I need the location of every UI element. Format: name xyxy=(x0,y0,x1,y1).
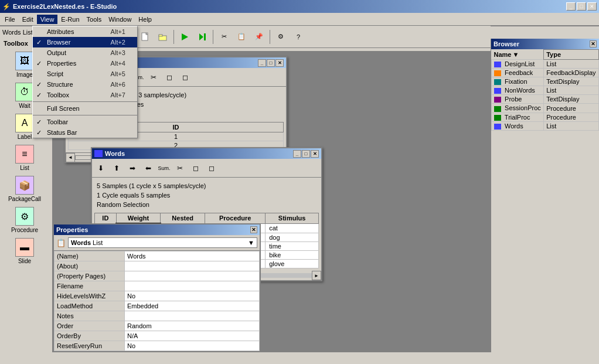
menu-tools[interactable]: Tools xyxy=(83,15,105,24)
toolbar-open[interactable] xyxy=(155,29,171,45)
list-item[interactable]: OrderBy N/A xyxy=(55,331,260,341)
toolbar-copy[interactable]: 📋 xyxy=(233,29,250,45)
words-title: Words xyxy=(94,150,125,157)
menu-item-toolbox[interactable]: Toolbox Alt+7 xyxy=(33,90,137,100)
w-summary-line1: 5 Samples (1 cycle x 5 samples/cycle) xyxy=(97,182,316,189)
dl-btn-5[interactable]: ✂ xyxy=(146,70,161,85)
prop-value: Words xyxy=(125,251,260,261)
w-maximize[interactable]: □ xyxy=(302,150,310,158)
list-item[interactable]: DesignList List xyxy=(492,60,599,69)
w-scroll-right[interactable]: ► xyxy=(312,271,321,280)
menu-window[interactable]: Window xyxy=(105,15,135,24)
prop-value xyxy=(125,281,260,291)
list-item[interactable]: (Name) Words xyxy=(55,251,260,261)
words-toolbar: ⬇ ⬆ ➡ ⬅ Sum. ✂ ◻ ◻ xyxy=(92,159,321,178)
w-btn-summary[interactable]: Sum. xyxy=(156,161,172,176)
list-item[interactable]: (Property Pages) xyxy=(55,271,260,281)
w-r2-stimulus: dog xyxy=(266,233,319,242)
w-summary-line3: Random Selection xyxy=(97,201,316,208)
w-btn-7[interactable]: ◻ xyxy=(204,161,219,176)
w-btn-5[interactable]: ✂ xyxy=(172,161,188,176)
menu-item-properties-label: Properties xyxy=(47,60,76,67)
menu-erun[interactable]: E-Run xyxy=(57,15,83,24)
toolbox-item-procedure[interactable]: ⚙ Procedure xyxy=(1,205,48,236)
list-item[interactable]: Filename xyxy=(55,281,260,291)
shortcut-attributes: Alt+1 xyxy=(111,28,125,35)
browser-col-name: Name ▼ xyxy=(492,50,544,59)
maximize-button[interactable]: □ xyxy=(577,2,586,11)
list-item[interactable]: Notes xyxy=(55,311,260,321)
menu-edit[interactable]: Edit xyxy=(19,15,37,24)
browser-cell-name: TrialProc xyxy=(492,113,544,121)
browser-cell-type: List xyxy=(544,60,599,69)
words-titlebar[interactable]: Words _ □ ✕ xyxy=(92,148,321,159)
toolbar-new[interactable] xyxy=(137,29,154,45)
list-item[interactable]: Probe TextDisplay xyxy=(492,95,599,104)
w-r1-stimulus: cat xyxy=(266,223,319,233)
list-item[interactable]: Feedback FeedbackDisplay xyxy=(492,69,599,77)
list-item[interactable]: ResetEveryRun No xyxy=(55,341,260,351)
menu-item-structure-label: Structure xyxy=(47,81,73,88)
w-col-procedure: Procedure xyxy=(205,213,266,224)
prop-key: ResetEveryRun xyxy=(55,341,125,351)
w-btn-4[interactable]: ⬅ xyxy=(141,161,156,176)
list-item[interactable]: Order Random xyxy=(55,321,260,331)
w-btn-1[interactable]: ⬇ xyxy=(93,161,108,176)
dl-close[interactable]: ✕ xyxy=(275,59,284,67)
menu-item-script[interactable]: Script Alt+5 xyxy=(33,69,137,79)
menu-view[interactable]: View xyxy=(37,15,58,24)
dl-scroll-left[interactable]: ◄ xyxy=(66,153,75,162)
list-item[interactable]: NonWords List xyxy=(492,86,599,95)
list-item[interactable]: LoadMethod Embedded xyxy=(55,301,260,311)
menu-item-attributes[interactable]: Attributes Alt+1 xyxy=(33,26,137,37)
menu-file[interactable]: File xyxy=(1,15,19,24)
dropdown-arrow-icon: ▼ xyxy=(248,239,254,246)
menu-item-statusbar[interactable]: Status Bar xyxy=(33,127,137,138)
browser-title: Browser xyxy=(494,40,519,47)
properties-close[interactable]: ✕ xyxy=(250,226,257,233)
dl-btn-7[interactable]: ◻ xyxy=(178,70,193,85)
menu-item-properties[interactable]: Properties Alt+4 xyxy=(33,58,137,69)
dl-maximize[interactable]: □ xyxy=(267,59,275,67)
status-text: Words List xyxy=(2,29,33,36)
w-btn-3[interactable]: ➡ xyxy=(125,161,140,176)
w-btn-6[interactable]: ◻ xyxy=(188,161,203,176)
properties-titlebar: Properties ✕ xyxy=(54,224,260,235)
list-item[interactable]: Fixation TextDisplay xyxy=(492,77,599,86)
list-item[interactable]: (About) xyxy=(55,261,260,271)
browser-close[interactable]: ✕ xyxy=(590,40,597,47)
toolbar-step[interactable] xyxy=(194,29,210,45)
browser-cell-name: SessionProc xyxy=(492,104,544,113)
separator-2 xyxy=(33,115,137,115)
menu-item-fullscreen[interactable]: Full Screen xyxy=(33,103,137,114)
toolbox-item-list[interactable]: ≡ List xyxy=(1,142,48,174)
list-item[interactable]: TrialProc Procedure xyxy=(492,113,599,121)
toolbar-paste[interactable]: 📌 xyxy=(251,29,267,45)
w-close[interactable]: ✕ xyxy=(311,150,319,158)
menu-item-browser[interactable]: Browser Alt+2 xyxy=(33,37,137,47)
menu-bar: File Edit View E-Run Tools Window Help xyxy=(0,13,599,26)
menu-help[interactable]: Help xyxy=(135,15,155,24)
browser-cell-type: Procedure xyxy=(544,113,599,121)
dl-btn-6[interactable]: ◻ xyxy=(162,70,177,85)
toolbox-item-slide[interactable]: ▬ Slide xyxy=(1,236,48,267)
toolbar-run[interactable] xyxy=(176,29,193,45)
toolbox-item-packagecall[interactable]: 📦 PackageCall xyxy=(1,174,48,205)
w-col-stimulus: Stimulus xyxy=(266,213,319,224)
menu-item-output[interactable]: Output Alt+3 xyxy=(33,47,137,58)
properties-dropdown[interactable]: Words List ▼ xyxy=(68,237,257,248)
list-item[interactable]: SessionProc Procedure xyxy=(492,104,599,113)
w-minimize[interactable]: _ xyxy=(293,150,301,158)
w-btn-2[interactable]: ⬆ xyxy=(109,161,124,176)
list-item[interactable]: HideLevelsWithZ No xyxy=(55,291,260,301)
menu-item-toolbar[interactable]: Toolbar xyxy=(33,117,137,127)
menu-item-structure[interactable]: Structure Alt+6 xyxy=(33,79,137,90)
list-item[interactable]: Words List xyxy=(492,121,599,130)
toolbar-settings[interactable]: ⚙ xyxy=(273,29,289,45)
prop-key: Filename xyxy=(55,281,125,291)
close-button[interactable]: ✕ xyxy=(587,2,597,11)
toolbar-cut[interactable]: ✂ xyxy=(216,29,232,45)
minimize-button[interactable]: _ xyxy=(566,2,576,11)
toolbar-help[interactable]: ? xyxy=(290,29,307,45)
dl-minimize[interactable]: _ xyxy=(258,59,266,67)
